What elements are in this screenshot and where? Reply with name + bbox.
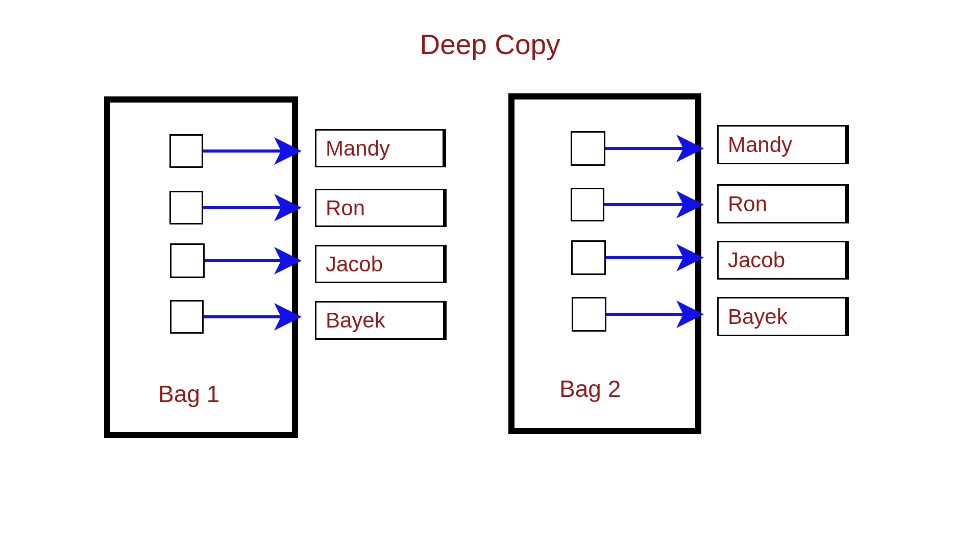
diagram-canvas: Deep Copy Bag 1 Mandy Ron Jacob Bayek Ba…	[0, 0, 980, 551]
arrows-overlay	[0, 0, 980, 551]
